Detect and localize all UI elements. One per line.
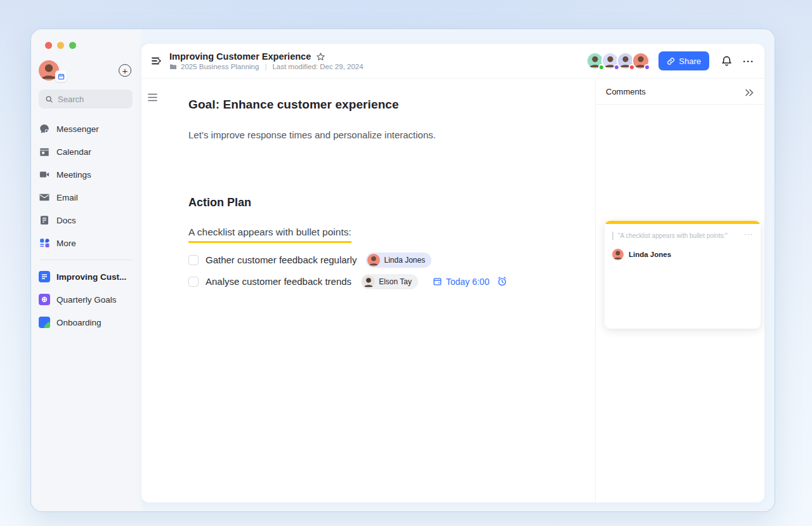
doc-section-heading: Action Plan: [188, 196, 570, 209]
search-icon: [45, 95, 53, 103]
assignee-chip[interactable]: Elson Tay: [361, 274, 418, 289]
checklist-label: Gather customer feedback regularly: [206, 254, 357, 265]
sidebar-menu: Messenger Calendar Meetings Email: [31, 117, 141, 254]
comments-header: Comments: [596, 79, 764, 105]
notifications-bell-icon[interactable]: [721, 55, 733, 67]
comments-body: "A checklist appears with bullet points:…: [596, 105, 764, 503]
star-icon[interactable]: [316, 52, 325, 62]
share-button[interactable]: Share: [658, 51, 709, 70]
comments-title: Comments: [606, 87, 646, 96]
folder-icon: [169, 63, 177, 70]
checklist-checkbox[interactable]: [188, 255, 199, 265]
sidebar-item-more[interactable]: More: [31, 232, 141, 254]
collaborator-avatars: [586, 52, 650, 70]
doc-item-label: Improving Cust...: [56, 272, 126, 282]
minimize-window-button[interactable]: [57, 42, 64, 49]
checklist-row: Gather customer feedback regularly Linda…: [188, 252, 570, 268]
comment-card[interactable]: "A checklist appears with bullet points:…: [605, 221, 761, 329]
comment-quote: "A checklist appears with bullet points:…: [612, 232, 753, 240]
due-date-text: Today 6:00: [446, 277, 490, 287]
sidebar: + Search Messenger Calendar: [31, 29, 141, 511]
assignee-chip[interactable]: Linda Jones: [366, 253, 431, 268]
alarm-clock-icon: [497, 276, 508, 287]
document-header: Improving Customer Experience 2025 Busin…: [141, 44, 764, 79]
goals-icon: [39, 294, 50, 305]
sidebar-item-improving-customer[interactable]: Improving Cust...: [31, 265, 141, 288]
link-icon: [667, 57, 675, 65]
sidebar-item-messenger[interactable]: Messenger: [31, 117, 141, 140]
breadcrumb-folder[interactable]: 2025 Business Planning: [181, 63, 259, 70]
breadcrumb-separator: |: [265, 63, 266, 70]
collapse-panel-icon[interactable]: [745, 88, 754, 95]
sidebar-toggle-icon[interactable]: [150, 55, 163, 67]
calendar-icon: [39, 146, 50, 157]
sidebar-item-docs[interactable]: Docs: [31, 209, 141, 232]
add-button[interactable]: +: [119, 64, 131, 77]
doc-item-label: Quarterly Goals: [56, 295, 117, 305]
sidebar-item-label: Email: [56, 193, 78, 202]
maximize-window-button[interactable]: [69, 42, 76, 49]
doc-item-label: Onboarding: [56, 318, 102, 327]
header-actions: Share ···: [586, 51, 754, 70]
document-menu-icon[interactable]: [148, 93, 157, 101]
sidebar-item-quarterly-goals[interactable]: Quarterly Goals: [31, 288, 141, 311]
sidebar-item-label: Messenger: [56, 124, 99, 134]
assignee-name: Elson Tay: [379, 277, 412, 286]
assignee-name: Linda Jones: [384, 256, 425, 265]
sidebar-item-email[interactable]: Email: [31, 186, 141, 209]
comment-more-icon[interactable]: ···: [744, 232, 753, 237]
quote-text: "A checklist appears with bullet points:…: [618, 232, 740, 240]
checklist-row: Analyse customer feedback trends Elson T…: [188, 273, 570, 289]
sidebar-item-label: Meetings: [56, 170, 91, 180]
calendar-date-icon: [433, 277, 442, 286]
sidebar-item-label: Docs: [56, 216, 76, 225]
doc-blue-icon: [39, 271, 50, 282]
due-date[interactable]: Today 6:00: [433, 276, 508, 287]
more-options-icon[interactable]: ···: [743, 56, 754, 67]
doc-heading: Goal: Enhance customer experience: [188, 98, 570, 112]
document-card: Improving Customer Experience 2025 Busin…: [141, 44, 764, 503]
quote-bar: [612, 232, 613, 240]
checklist: Gather customer feedback regularly Linda…: [188, 252, 570, 289]
onboarding-icon: [39, 317, 50, 328]
sidebar-item-label: More: [56, 239, 76, 248]
status-dot: [644, 64, 650, 70]
sidebar-item-label: Calendar: [56, 147, 91, 157]
search-placeholder: Search: [58, 95, 84, 104]
document-area: Goal: Enhance customer experience Let’s …: [141, 79, 595, 503]
close-window-button[interactable]: [45, 42, 52, 49]
more-apps-icon: [39, 237, 50, 249]
doc-subtitle: Let’s improve response times and persona…: [188, 129, 570, 140]
comment-author-row: Linda Jones: [612, 249, 753, 260]
search-input[interactable]: Search: [39, 89, 133, 108]
calendar-badge-icon: [55, 70, 67, 82]
doc-highlighted-line[interactable]: A checklist appears with bullet points:: [188, 227, 351, 243]
assignee-avatar: [367, 254, 380, 266]
video-camera-icon: [39, 169, 50, 180]
sidebar-item-meetings[interactable]: Meetings: [31, 163, 141, 186]
comments-panel: Comments: [595, 79, 764, 503]
sidebar-doc-list: Improving Cust... Quarterly Goals Onboar…: [31, 265, 141, 334]
last-modified: Last modified: Dec 29, 2024: [272, 63, 363, 70]
breadcrumb: 2025 Business Planning | Last modified: …: [169, 63, 363, 70]
messenger-icon: [39, 123, 50, 135]
sidebar-item-onboarding[interactable]: Onboarding: [31, 311, 141, 334]
page-title: Improving Customer Experience: [169, 51, 311, 62]
comment-author-name: Linda Jones: [629, 251, 671, 258]
assignee-avatar: [362, 275, 375, 288]
sidebar-divider: [40, 260, 133, 260]
title-block: Improving Customer Experience 2025 Busin…: [169, 51, 363, 70]
share-label: Share: [679, 56, 701, 66]
main-region: Improving Customer Experience 2025 Busin…: [141, 29, 775, 511]
document-icon: [39, 214, 50, 226]
app-window: + Search Messenger Calendar: [30, 29, 775, 512]
checklist-label: Analyse customer feedback trends: [206, 276, 351, 287]
comment-author-avatar: [612, 249, 624, 260]
checklist-checkbox[interactable]: [188, 277, 199, 287]
profile-row: +: [31, 49, 141, 81]
collaborator-avatar[interactable]: [632, 52, 650, 70]
envelope-icon: [39, 192, 50, 203]
window-controls: [31, 39, 141, 49]
sidebar-item-calendar[interactable]: Calendar: [31, 140, 141, 163]
